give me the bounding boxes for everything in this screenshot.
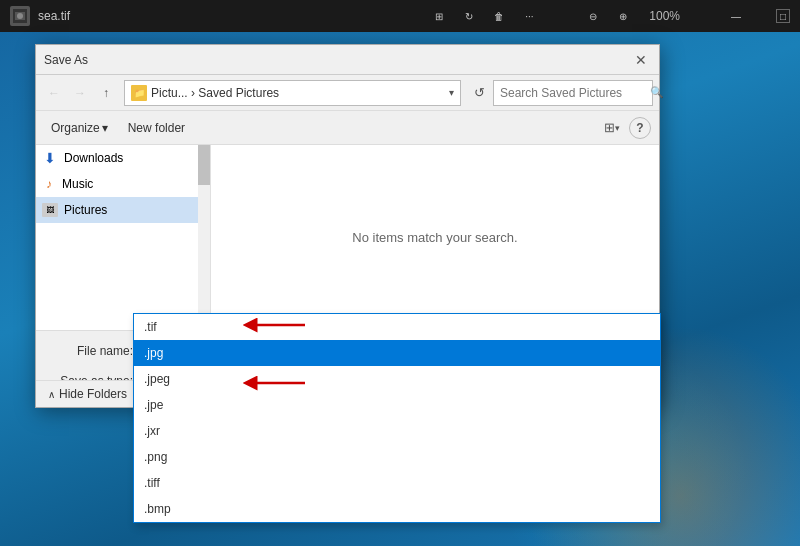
- trash-icon: 🗑: [491, 8, 507, 24]
- dialog-title: Save As: [44, 53, 631, 67]
- dialog-titlebar: Save As ✕: [36, 45, 659, 75]
- sidebar-item-downloads[interactable]: ⬇ Downloads: [36, 145, 210, 171]
- zoom-out-icon[interactable]: ⊖: [585, 8, 601, 24]
- address-bar[interactable]: 📁 Pictu... › Saved Pictures ▾: [124, 80, 461, 106]
- save-as-dialog: Save As ✕ ← → ↑ 📁 Pictu... › Saved Pictu…: [35, 44, 660, 408]
- dropdown-item-jpe[interactable]: .jpe: [134, 392, 660, 418]
- sidebar-item-pictures[interactable]: 🖼 Pictures: [36, 197, 210, 223]
- dropdown-item-png[interactable]: .png: [134, 444, 660, 470]
- dropdown-item-tiff[interactable]: .tiff: [134, 470, 660, 496]
- dropdown-jxr-label: .jxr: [144, 424, 160, 438]
- refresh-icon: ↻: [461, 8, 477, 24]
- photo-icon: ⊞: [431, 8, 447, 24]
- svg-point-2: [17, 13, 23, 19]
- zoom-level: 100%: [649, 9, 680, 23]
- dropdown-tiff-label: .tiff: [144, 476, 160, 490]
- content-area: ⬇ Downloads ♪ Music 🖼 Pictures: [36, 145, 659, 330]
- dropdown-item-jxr[interactable]: .jxr: [134, 418, 660, 444]
- file-area: No items match your search.: [211, 145, 659, 330]
- dropdown-jpeg-label: .jpeg: [144, 372, 170, 386]
- navigation-bar: ← → ↑ 📁 Pictu... › Saved Pictures ▾ ↺ 🔍: [36, 75, 659, 111]
- app-titlebar: sea.tif ⊞ ↻ 🗑 ··· ⊖ ⊕ 100% — □: [0, 0, 800, 32]
- sidebar-scroll-thumb[interactable]: [198, 145, 210, 185]
- minimize-button[interactable]: —: [728, 8, 744, 24]
- organize-button[interactable]: Organize ▾: [44, 116, 115, 140]
- search-icon: 🔍: [650, 86, 664, 99]
- view-dropdown: ▾: [615, 123, 620, 133]
- dropdown-bmp-label: .bmp: [144, 502, 171, 516]
- sidebar-downloads-label: Downloads: [64, 151, 123, 165]
- organize-label: Organize: [51, 121, 100, 135]
- search-input[interactable]: [500, 86, 650, 100]
- organize-dropdown-arrow: ▾: [102, 121, 108, 135]
- pictures-icon: 🖼: [42, 203, 58, 217]
- help-button[interactable]: ?: [629, 117, 651, 139]
- filename-label: File name:: [48, 344, 133, 358]
- sidebar: ⬇ Downloads ♪ Music 🖼 Pictures: [36, 145, 211, 330]
- sidebar-item-music[interactable]: ♪ Music: [36, 171, 210, 197]
- forward-button[interactable]: →: [68, 81, 92, 105]
- music-icon: ♪: [42, 177, 56, 191]
- address-dropdown-arrow[interactable]: ▾: [449, 87, 454, 98]
- sidebar-pictures-label: Pictures: [64, 203, 107, 217]
- toolbar: Organize ▾ New folder ⊞ ▾ ?: [36, 111, 659, 145]
- dropdown-jpe-label: .jpe: [144, 398, 163, 412]
- app-title: sea.tif: [38, 9, 431, 23]
- address-path: Pictu... › Saved Pictures: [151, 86, 449, 100]
- view-icon: ⊞: [604, 120, 615, 135]
- downloads-icon: ⬇: [42, 150, 58, 166]
- desktop: sea.tif ⊞ ↻ 🗑 ··· ⊖ ⊕ 100% — □ Save As ✕…: [0, 0, 800, 546]
- refresh-button[interactable]: ↺: [467, 80, 491, 106]
- hide-folders-label: Hide Folders: [59, 387, 127, 401]
- zoom-in-icon[interactable]: ⊕: [615, 8, 631, 24]
- maximize-button[interactable]: □: [776, 9, 790, 23]
- back-button[interactable]: ←: [42, 81, 66, 105]
- dropdown-item-jpeg[interactable]: .jpeg: [134, 366, 660, 392]
- dropdown-jpg-label: .jpg: [144, 346, 163, 360]
- view-button[interactable]: ⊞ ▾: [599, 116, 625, 140]
- empty-message: No items match your search.: [352, 230, 517, 245]
- dropdown-item-tif[interactable]: .tif: [134, 314, 660, 340]
- titlebar-controls: ⊞ ↻ 🗑 ··· ⊖ ⊕ 100% — □: [431, 8, 790, 24]
- sidebar-scrollbar[interactable]: [198, 145, 210, 330]
- folder-icon: 📁: [131, 85, 147, 101]
- dropdown-item-bmp[interactable]: .bmp: [134, 496, 660, 522]
- dropdown-tif-label: .tif: [144, 320, 157, 334]
- app-icon: [10, 6, 30, 26]
- chevron-icon: ∧: [48, 389, 55, 400]
- more-icon: ···: [521, 8, 537, 24]
- new-folder-button[interactable]: New folder: [119, 116, 194, 140]
- sidebar-music-label: Music: [62, 177, 93, 191]
- up-button[interactable]: ↑: [94, 81, 118, 105]
- search-box[interactable]: 🔍: [493, 80, 653, 106]
- dropdown-item-jpg[interactable]: .jpg: [134, 340, 660, 366]
- dropdown-png-label: .png: [144, 450, 167, 464]
- filetype-dropdown[interactable]: .tif .jpg .jpeg .jpe .jxr .png .tiff .bm…: [133, 313, 661, 523]
- dialog-close-button[interactable]: ✕: [631, 50, 651, 70]
